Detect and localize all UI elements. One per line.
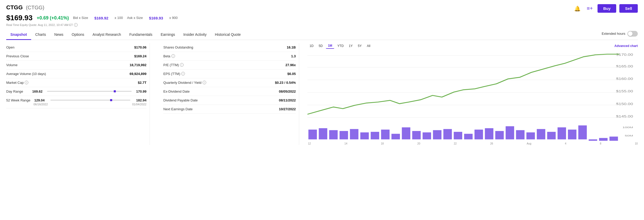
- svg-rect-25: [422, 132, 431, 139]
- stat-prev-close: Previous Close $169.24: [6, 52, 146, 61]
- stat-pe-ttm: P/E (TTM) i 27.96x: [163, 61, 296, 70]
- chart-timeframes: 1D 5D 1M YTD 1Y 5Y All Advanced chart: [307, 43, 638, 49]
- div-info-icon[interactable]: i: [203, 81, 206, 84]
- stats-panel-left: Open $170.06 Previous Close $169.24 Volu…: [6, 43, 146, 145]
- chart-area: 1D 5D 1M YTD 1Y 5Y All Advanced chart $1…: [307, 43, 638, 145]
- svg-text:50M: 50M: [625, 134, 633, 137]
- bid-price: $169.92: [94, 16, 108, 20]
- stat-day-range: Day Range 169.62 170.99: [6, 87, 146, 96]
- svg-rect-14: [308, 129, 317, 139]
- day-range-indicator: [114, 90, 116, 92]
- stat-div-payable-date: Dividend Payable Date 08/11/2022: [163, 96, 296, 105]
- tf-1m[interactable]: 1M: [326, 43, 334, 49]
- svg-rect-16: [329, 130, 338, 139]
- ask-size: x 900: [169, 16, 178, 20]
- svg-rect-40: [578, 125, 587, 139]
- svg-rect-43: [609, 136, 618, 141]
- realtime-label: Real Time Equity Quote: Aug 11, 2022, 10…: [6, 23, 73, 26]
- tab-historical-quote[interactable]: Historical Quote: [211, 30, 245, 40]
- x-label-aug: Aug: [527, 142, 531, 145]
- stat-market-cap: Market Cap i $2.7T: [6, 78, 146, 87]
- tab-news[interactable]: News: [50, 30, 68, 40]
- stock-title: CTGG (CTGG): [6, 4, 44, 11]
- week52-indicator: [110, 99, 112, 101]
- advanced-chart-link[interactable]: Advanced chart: [614, 44, 638, 48]
- tab-snapshot[interactable]: Snapshot: [6, 30, 31, 40]
- vol-chart-svg: 100M 50M: [307, 124, 638, 142]
- week52-high: 182.94: [133, 98, 146, 102]
- extended-hours-toggle[interactable]: [627, 31, 638, 37]
- tab-analyst-research[interactable]: Analyst Research: [88, 30, 125, 40]
- stat-beta: Beta i 1.3: [163, 52, 296, 61]
- eps-info-icon[interactable]: i: [181, 72, 185, 75]
- svg-rect-36: [537, 129, 545, 139]
- tab-insider-activity[interactable]: Insider Activity: [179, 30, 211, 40]
- current-price: $169.93: [6, 14, 32, 22]
- svg-rect-31: [485, 128, 493, 139]
- day-range-low: 169.62: [32, 90, 44, 93]
- stat-next-earnings: Next Earnings Date 10/27/2022: [163, 105, 296, 114]
- x-label-4: 4: [565, 142, 566, 145]
- svg-rect-41: [589, 139, 597, 141]
- pe-info-icon[interactable]: i: [180, 63, 184, 67]
- svg-rect-20: [371, 132, 379, 139]
- svg-rect-42: [599, 138, 608, 141]
- watchlist-icon[interactable]: ≡+: [585, 4, 594, 12]
- stat-open: Open $170.06: [6, 43, 146, 52]
- stat-shares-outstanding: Shares Outstanding 16.1B: [163, 43, 296, 52]
- extended-hours-label: Extended hours: [602, 32, 625, 36]
- bell-icon[interactable]: 🔔: [573, 4, 582, 13]
- tf-1d[interactable]: 1D: [307, 43, 316, 49]
- svg-rect-23: [402, 127, 410, 139]
- buy-button[interactable]: Buy: [598, 4, 616, 13]
- week52-low: 129.04: [34, 98, 47, 102]
- market-cap-info-icon[interactable]: i: [25, 81, 28, 84]
- svg-rect-26: [433, 130, 441, 139]
- day-range-high: 170.99: [135, 90, 146, 93]
- week52-low-date: 06/16/2022: [33, 103, 48, 106]
- tab-earnings[interactable]: Earnings: [157, 30, 179, 40]
- svg-rect-24: [412, 131, 421, 139]
- volume-chart: 100M 50M: [307, 124, 638, 142]
- divider-left: [150, 43, 150, 145]
- tab-options[interactable]: Options: [68, 30, 88, 40]
- svg-rect-33: [506, 126, 514, 139]
- divider-right: [299, 43, 299, 145]
- svg-rect-37: [547, 132, 556, 139]
- x-label-26: 26: [490, 142, 493, 145]
- svg-rect-15: [319, 128, 327, 139]
- price-chart: $170.00 $165.00 $160.00 $155.00 $150.00 …: [307, 51, 638, 123]
- svg-rect-19: [360, 132, 369, 139]
- svg-rect-28: [454, 132, 462, 139]
- svg-rect-18: [350, 129, 359, 139]
- realtime-info-icon[interactable]: i: [74, 23, 78, 27]
- week52-range-bar: [50, 100, 130, 101]
- x-label-14: 14: [344, 142, 347, 145]
- svg-rect-22: [391, 134, 400, 139]
- sell-button[interactable]: Sell: [619, 4, 638, 13]
- svg-rect-34: [516, 130, 525, 139]
- price-chart-svg: $170.00 $165.00 $160.00 $155.00 $150.00 …: [307, 51, 638, 123]
- tf-ytd[interactable]: YTD: [335, 43, 346, 49]
- toggle-knob: [628, 31, 633, 36]
- svg-rect-32: [495, 131, 504, 139]
- svg-rect-30: [474, 129, 483, 139]
- tf-all[interactable]: All: [365, 43, 372, 49]
- bid-label: Bid x Size: [73, 16, 88, 20]
- stat-eps-ttm: EPS (TTM) i $6.05: [163, 70, 296, 78]
- x-axis: 12 14 18 20 22 26 Aug 4 8 10: [307, 142, 638, 145]
- stat-ex-div-date: Ex-Dividend Date 08/05/2022: [163, 87, 296, 96]
- tf-5d[interactable]: 5D: [317, 43, 325, 49]
- svg-rect-21: [381, 129, 390, 139]
- tf-5y[interactable]: 5Y: [356, 43, 364, 49]
- tf-1y[interactable]: 1Y: [347, 43, 355, 49]
- tab-fundamentals[interactable]: Fundamentals: [125, 30, 157, 40]
- svg-rect-17: [340, 131, 348, 139]
- svg-rect-35: [526, 132, 535, 139]
- x-label-12: 12: [308, 142, 311, 145]
- tab-charts[interactable]: Charts: [31, 30, 50, 40]
- stats-panel-right: Shares Outstanding 16.1B Beta i 1.3 P/E …: [163, 43, 296, 145]
- beta-info-icon[interactable]: i: [171, 54, 175, 58]
- stat-52week-range: 52 Week Range 129.04 182.94 06/16/2022 0…: [6, 96, 146, 108]
- svg-rect-38: [558, 127, 566, 139]
